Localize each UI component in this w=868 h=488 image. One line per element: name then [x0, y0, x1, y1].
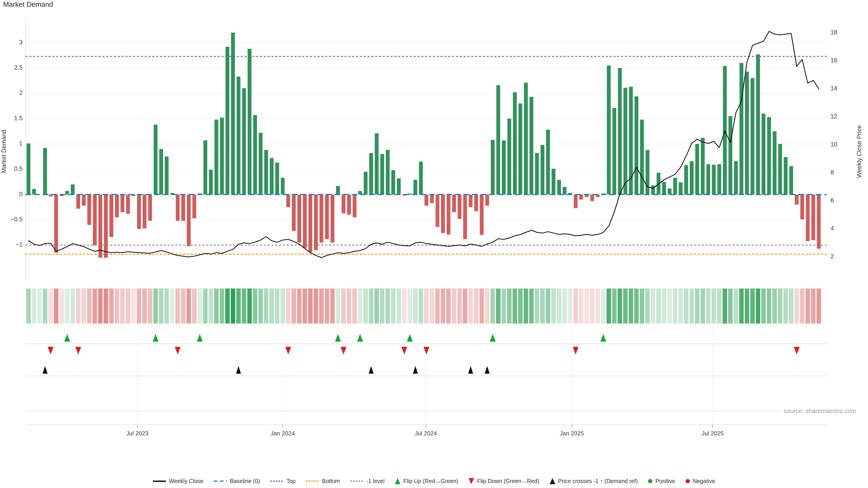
heatmap-stripe	[54, 289, 58, 324]
demand-bar-positive	[690, 161, 694, 195]
demand-bar-negative	[485, 195, 489, 205]
demand-bar-positive	[275, 163, 279, 195]
demand-bar-positive	[701, 138, 705, 195]
demand-bar-negative	[76, 195, 80, 209]
heatmap-stripe	[82, 289, 86, 324]
heatmap-stripe	[214, 289, 219, 324]
heatmap-stripe	[131, 289, 136, 324]
legend-swatch-dotted-icon	[350, 481, 364, 482]
demand-bar-positive	[756, 55, 760, 195]
left-axis-tick-label: 2.5	[2, 64, 23, 71]
flip-up-marker	[490, 334, 496, 341]
demand-bar-negative	[579, 195, 583, 199]
heatmap-stripe	[678, 289, 683, 324]
price-cross-marker	[369, 366, 374, 374]
demand-bar-negative	[800, 195, 804, 219]
left-axis-tick-label: 1.5	[2, 115, 23, 122]
legend-swatch-triangle-up-icon	[550, 478, 555, 484]
heatmap-stripe	[574, 289, 578, 324]
demand-bar-positive	[231, 33, 235, 195]
left-axis-tick-label: 1	[2, 140, 23, 147]
heatmap-stripe	[341, 289, 346, 324]
demand-bar-negative	[176, 195, 180, 221]
heatmap-stripe	[258, 289, 263, 324]
demand-bar-positive	[557, 180, 561, 195]
demand-bar-negative	[590, 195, 594, 201]
heatmap-stripe	[795, 289, 799, 324]
left-axis-tick-label: 0.5	[2, 165, 23, 172]
demand-bar-positive	[612, 108, 616, 195]
heatmap-stripe	[203, 289, 208, 324]
demand-bar-negative	[292, 195, 296, 231]
market-demand-dashboard: Market Demand Market Demand Weekly Close…	[0, 0, 868, 488]
right-axis-tick-label: 16	[831, 57, 851, 64]
heatmap-stripe	[43, 289, 47, 324]
demand-bar-negative	[811, 195, 815, 240]
demand-bar-positive	[165, 157, 168, 195]
price-cross-marker	[468, 366, 473, 374]
heatmap-stripe	[717, 289, 721, 324]
demand-bar-negative	[110, 195, 113, 237]
demand-bar-negative	[148, 195, 152, 221]
flip-up-marker	[335, 334, 341, 341]
heatmap-stripe	[231, 289, 235, 324]
flip-down-marker	[341, 347, 346, 355]
demand-bar-negative	[806, 195, 810, 241]
heatmap-stripe	[590, 289, 594, 324]
right-axis-tick-label: 2	[831, 253, 851, 260]
heatmap-stripe	[115, 289, 119, 324]
demand-bar-negative	[331, 195, 334, 242]
heatmap-stripe	[347, 289, 351, 324]
heatmap-stripe	[380, 289, 384, 324]
left-axis-tick-label: 2	[2, 90, 23, 96]
heatmap-stripe	[186, 289, 191, 324]
demand-bar-positive	[391, 170, 395, 195]
demand-bar-positive	[646, 150, 649, 195]
heatmap-stripe	[369, 289, 373, 324]
heatmap-stripe	[502, 289, 506, 324]
heatmap-stripe	[584, 289, 589, 324]
heatmap-stripe	[435, 289, 440, 324]
heatmap-stripe	[49, 289, 53, 324]
flip-down-marker	[75, 347, 81, 355]
right-axis-tick-label: 18	[831, 29, 851, 36]
heatmap-stripe	[330, 289, 335, 324]
heatmap-stripe	[811, 289, 815, 324]
heatmap-stripe	[363, 289, 368, 324]
demand-bar-positive	[380, 154, 384, 195]
weekly-close-line	[29, 31, 819, 258]
demand-bar-positive	[27, 143, 31, 195]
heatmap-stripe	[170, 289, 175, 324]
heatmap-stripe	[595, 289, 600, 324]
heatmap-stripe	[485, 289, 489, 324]
demand-bar-positive	[248, 49, 252, 195]
flip-up-marker	[407, 334, 413, 341]
demand-bar-negative	[308, 195, 312, 252]
legend-item: Weekly Close	[153, 478, 203, 484]
demand-bar-positive	[789, 166, 793, 195]
demand-bar-negative	[430, 195, 434, 203]
flip-down-marker	[423, 347, 429, 355]
demand-bar-positive	[204, 140, 207, 195]
heatmap-stripe	[324, 289, 329, 324]
market-demand-chart	[0, 0, 868, 488]
heatmap-stripe	[452, 289, 456, 324]
heatmap-stripe	[479, 289, 484, 324]
demand-bar-negative	[98, 195, 102, 258]
demand-bar-positive	[767, 117, 771, 195]
heatmap-stripe	[778, 289, 782, 324]
demand-bar-negative	[137, 195, 141, 229]
demand-bar-negative	[115, 195, 119, 217]
right-axis-tick-label: 12	[831, 113, 851, 120]
heatmap-stripe	[789, 289, 794, 324]
heatmap-stripe	[153, 289, 158, 324]
demand-bar-positive	[706, 164, 710, 195]
demand-bar-positive	[734, 161, 738, 195]
demand-bar-positive	[496, 85, 500, 195]
heatmap-stripe	[562, 289, 567, 324]
legend-item: Bottom	[306, 478, 340, 484]
heatmap-stripe	[640, 289, 644, 324]
demand-bar-positive	[491, 140, 495, 195]
demand-bar-positive	[728, 116, 733, 195]
price-cross-marker	[42, 366, 48, 374]
